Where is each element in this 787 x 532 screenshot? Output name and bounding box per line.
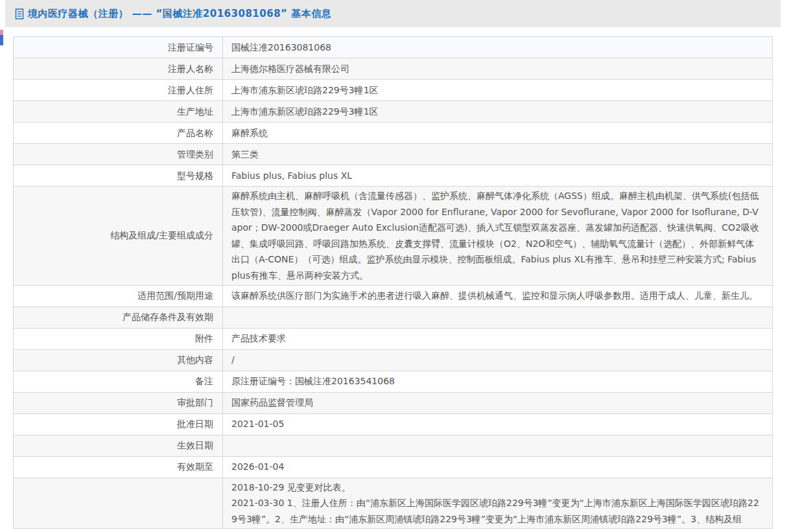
row-label: 其他内容 [14, 349, 223, 371]
document-list-icon [15, 8, 24, 19]
table-row: 生效日期 [14, 435, 773, 456]
edge-toolbar-fragment[interactable] [0, 30, 3, 45]
table-row: 产品储存条件及有效期 [14, 306, 773, 328]
table-row: 2018-10-29 见变更对比表。 2021-03-30 1、注册人住所：由“… [14, 478, 773, 529]
row-label [14, 478, 223, 529]
row-label: 批准日期 [14, 413, 223, 435]
row-value: 2021-01-05 [223, 413, 773, 435]
row-label: 有效期至 [14, 456, 223, 478]
row-value: 麻醉系统 [223, 122, 773, 144]
row-label: 附件 [14, 328, 223, 349]
row-value: 原注册证编号：国械注准20163541068 [223, 371, 773, 392]
table-row: 产品名称 麻醉系统 [14, 122, 773, 144]
row-value: Fabius plus, Fabius plus XL [223, 165, 773, 187]
page-header: 境内医疗器械（注册） —— “国械注准20163081068” 基本信息 [5, 0, 781, 27]
table-row: 型号规格 Fabius plus, Fabius plus XL [14, 165, 773, 187]
row-label: 审批部门 [14, 392, 223, 413]
table-row: 批准日期 2021-01-05 [14, 413, 773, 435]
table-row: 注册证编号 国械注准20163081068 [14, 37, 773, 58]
row-value: 上海市浦东新区琥珀路229号3幢1区 [223, 101, 773, 122]
row-value: 上海市浦东新区琥珀路229号3幢1区 [223, 80, 773, 101]
row-label: 注册人住所 [14, 80, 223, 101]
table-row: 其他内容 / [14, 349, 773, 371]
row-label: 注册人名称 [14, 58, 223, 80]
row-value: 上海德尔格医疗器械有限公司 [223, 58, 773, 80]
row-label: 结构及组成/主要组成成分 [14, 187, 223, 286]
row-value: 国械注准20163081068 [223, 37, 773, 58]
row-label: 产品名称 [14, 122, 223, 144]
row-label: 注册证编号 [14, 37, 223, 58]
row-value: 第三类 [223, 144, 773, 165]
table-row: 审批部门 国家药品监督管理局 [14, 392, 773, 413]
row-value: 2018-10-29 见变更对比表。 2021-03-30 1、注册人住所：由“… [223, 478, 773, 529]
row-label: 适用范围/预期用途 [14, 285, 223, 306]
table-row: 有效期至 2026-01-04 [14, 456, 773, 478]
row-value: / [223, 349, 773, 371]
page-title: 境内医疗器械（注册） —— “国械注准20163081068” 基本信息 [28, 8, 331, 20]
edge-toolbar-pink-segment[interactable] [0, 30, 3, 35]
registration-info-table-body: 注册证编号 国械注准20163081068 注册人名称 上海德尔格医疗器械有限公… [14, 37, 773, 529]
table-row: 注册人住所 上海市浦东新区琥珀路229号3幢1区 [14, 80, 773, 101]
row-label: 生产地址 [14, 101, 223, 122]
registration-info-table: 注册证编号 国械注准20163081068 注册人名称 上海德尔格医疗器械有限公… [13, 36, 773, 529]
row-label: 型号规格 [14, 165, 223, 187]
row-label: 产品储存条件及有效期 [14, 306, 223, 328]
registration-info-panel: 注册证编号 国械注准20163081068 注册人名称 上海德尔格医疗器械有限公… [13, 36, 773, 529]
table-row: 适用范围/预期用途 该麻醉系统供医疗部门为实施手术的患者进行吸入麻醉、提供机械通… [14, 285, 773, 306]
table-row: 生产地址 上海市浦东新区琥珀路229号3幢1区 [14, 101, 773, 122]
table-row: 附件 产品技术要求 [14, 328, 773, 349]
table-row: 备注 原注册证编号：国械注准20163541068 [14, 371, 773, 392]
row-value: 麻醉系统由主机、麻醉呼吸机（含流量传感器）、监护系统、麻醉气体净化系统（AGSS… [223, 187, 773, 286]
row-value: 产品技术要求 [223, 328, 773, 349]
row-value [223, 306, 773, 328]
row-value: 该麻醉系统供医疗部门为实施手术的患者进行吸入麻醉、提供机械通气、监控和显示病人呼… [223, 285, 773, 306]
row-label: 备注 [14, 371, 223, 392]
table-row: 注册人名称 上海德尔格医疗器械有限公司 [14, 58, 773, 80]
row-value: 2026-01-04 [223, 456, 773, 478]
table-row: 结构及组成/主要组成成分 麻醉系统由主机、麻醉呼吸机（含流量传感器）、监护系统、… [14, 187, 773, 286]
row-value [223, 435, 773, 456]
page-header-content: 境内医疗器械（注册） —— “国械注准20163081068” 基本信息 [5, 0, 781, 27]
row-value: 国家药品监督管理局 [223, 392, 773, 413]
edge-toolbar-blue-segment[interactable] [0, 35, 3, 45]
table-row: 管理类别 第三类 [14, 144, 773, 165]
row-label: 生效日期 [14, 435, 223, 456]
row-label: 管理类别 [14, 144, 223, 165]
